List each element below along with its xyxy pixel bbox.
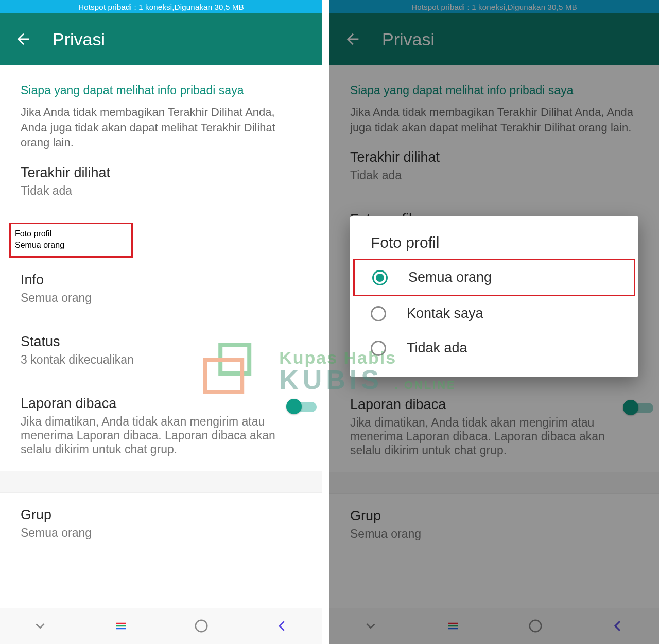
pref-subtitle: Jika dimatikan, Anda tidak akan mengirim… [21, 415, 281, 456]
section-description: Jika Anda tidak membagikan Terakhir Dili… [21, 105, 302, 150]
radio-selected-icon [372, 270, 388, 285]
appbar-title: Privasi [53, 29, 105, 49]
option-label: Tidak ada [407, 340, 467, 356]
app-bar: Privasi [0, 13, 322, 65]
arrow-left-icon [14, 30, 32, 48]
pref-subtitle: Semua orang [15, 241, 127, 250]
pref-subtitle: Tidak ada [21, 184, 302, 198]
pref-title: Status [21, 334, 302, 350]
radio-icon [371, 341, 386, 356]
screen-right: Hotspot pribadi : 1 koneksi,Digunakan 30… [330, 0, 659, 644]
status-bar-text: Hotspot pribadi : 1 koneksi,Digunakan 30… [78, 3, 244, 11]
pref-title: Foto profil [15, 229, 127, 239]
option-contacts[interactable]: Kontak saya [350, 296, 638, 331]
nav-recent-icon[interactable] [111, 616, 131, 636]
option-everyone[interactable]: Semua orang [353, 259, 635, 296]
nav-home-icon[interactable] [191, 616, 212, 636]
screen-left: Hotspot pribadi : 1 koneksi,Digunakan 30… [0, 0, 330, 644]
pref-info[interactable]: Info Semua orang [21, 258, 302, 319]
pref-read-receipts[interactable]: Laporan dibaca Jika dimatikan, Anda tida… [21, 381, 302, 471]
pref-subtitle: 3 kontak dikecualikan [21, 353, 302, 367]
svg-point-0 [196, 620, 207, 632]
pref-title: Laporan dibaca [21, 396, 281, 412]
pref-subtitle: Semua orang [21, 291, 302, 305]
status-bar: Hotspot pribadi : 1 koneksi,Digunakan 30… [0, 0, 322, 13]
privacy-content: Siapa yang dapat melihat info pribadi sa… [0, 65, 322, 608]
pref-group[interactable]: Grup Semua orang [21, 493, 302, 554]
pref-subtitle: Semua orang [21, 526, 302, 540]
pref-title: Grup [21, 507, 302, 523]
section-divider [0, 471, 322, 493]
read-receipts-toggle[interactable] [290, 399, 302, 414]
pref-title: Terakhir dilihat [21, 165, 302, 181]
option-nobody[interactable]: Tidak ada [350, 331, 638, 365]
nav-back-icon[interactable] [272, 616, 292, 636]
nav-down-icon[interactable] [30, 616, 50, 636]
option-label: Kontak saya [407, 306, 483, 321]
dialog-title: Foto profil [350, 234, 638, 259]
system-navbar [0, 608, 322, 644]
option-label: Semua orang [408, 269, 492, 285]
pref-title: Info [21, 272, 302, 288]
back-button[interactable] [14, 30, 32, 48]
section-header: Siapa yang dapat melihat info pribadi sa… [21, 83, 302, 97]
pref-profile-photo[interactable]: Foto profil Semua orang [9, 223, 133, 258]
pref-status[interactable]: Status 3 kontak dikecualikan [21, 319, 302, 381]
radio-icon [371, 306, 386, 321]
pref-last-seen[interactable]: Terakhir dilihat Tidak ada [21, 150, 302, 212]
profile-photo-dialog: Foto profil Semua orang Kontak saya Tida… [350, 216, 638, 377]
